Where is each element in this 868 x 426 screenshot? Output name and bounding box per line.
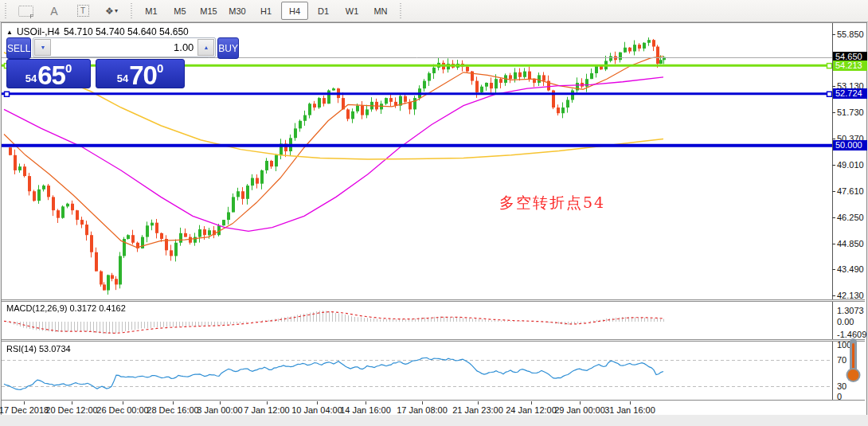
- buy-price-button[interactable]: 54 70 0: [96, 59, 185, 88]
- volume-spinner: ▼ ▲: [33, 37, 216, 57]
- quote-ohlc: 54.710 54.740 54.640 54.650: [64, 26, 189, 37]
- toolbar-grip[interactable]: [3, 3, 8, 19]
- timeframe-button-h4[interactable]: H4: [281, 2, 308, 20]
- timeframe-button-group: M1M5M15M30H1H4D1W1MN: [137, 2, 395, 20]
- price-axis-label: 49.010: [837, 160, 864, 170]
- timeframe-button-m30[interactable]: M30: [224, 2, 251, 20]
- textbox-tool-button[interactable]: T: [69, 2, 96, 20]
- rsi-indicator-pane[interactable]: [2, 342, 832, 400]
- sell-price-prefix: 54: [25, 72, 37, 84]
- time-axis-label: 29 Jan 00:00: [554, 405, 605, 415]
- price-axis-tick: [832, 112, 835, 113]
- pane-separator-rsi[interactable]: [2, 339, 865, 342]
- time-axis-label: 28 Dec 16:00: [147, 405, 198, 415]
- buy-price-main: 70: [129, 63, 157, 88]
- volume-increase-button[interactable]: ▲: [197, 39, 214, 56]
- price-axis-label: 43.490: [837, 264, 864, 274]
- price-level-badge: 54.213: [833, 61, 867, 71]
- time-axis-label: 3 Jan 00:00: [197, 405, 243, 415]
- price-axis-tick: [832, 191, 835, 192]
- macd-label: MACD(12,26,9) 0.3172 0.4162: [6, 303, 126, 313]
- sell-price-main: 65: [37, 63, 65, 88]
- price-axis-label: 55.850: [837, 29, 864, 39]
- price-axis-label: 51.730: [837, 107, 864, 117]
- price-axis-label: 44.850: [837, 239, 864, 248]
- label-tool-button[interactable]: F: [12, 2, 39, 20]
- price-axis-tick: [832, 34, 835, 35]
- price-axis-tick: [832, 139, 835, 139]
- time-axis-label: 10 Jan 04:00: [291, 405, 342, 415]
- time-axis-tick: [422, 401, 423, 405]
- sell-price-button[interactable]: 54 65 0: [6, 59, 91, 88]
- one-click-trading-panel: SELL ▼ ▲ BUY 54 65 0 54 70 0: [6, 37, 185, 88]
- time-axis-tick: [531, 401, 532, 405]
- timeframe-button-m1[interactable]: M1: [138, 2, 165, 20]
- buy-price-pip: 0: [157, 61, 163, 75]
- collapse-triangle-icon[interactable]: ▲: [6, 29, 13, 36]
- time-axis-tick: [366, 401, 366, 405]
- chevron-down-icon: ▾: [115, 7, 118, 14]
- time-axis-tick: [267, 401, 268, 405]
- pane-separator-time: [2, 400, 865, 401]
- chart-quote-header: ▲ USOil-,H4 54.710 54.740 54.640 54.650: [6, 26, 189, 37]
- text-tool-icon: A: [50, 5, 57, 18]
- toolbar-grip[interactable]: [129, 3, 134, 19]
- top-toolbar: F A T ❖ ▾ M1M5M15M30H1H4D1W1MN: [0, 0, 868, 22]
- timeframe-button-w1[interactable]: W1: [338, 2, 366, 20]
- price-axis-tick: [832, 86, 835, 87]
- time-axis-label: 20 Dec 12:00: [45, 405, 97, 415]
- timeframe-button-d1[interactable]: D1: [310, 2, 337, 20]
- time-axis-tick: [580, 401, 581, 405]
- time-axis-tick: [630, 401, 631, 405]
- price-axis-line: [832, 23, 833, 401]
- thermometer-icon: [842, 337, 864, 386]
- time-axis-tick: [123, 401, 123, 405]
- macd-indicator-pane[interactable]: [2, 302, 832, 339]
- timeframe-button-m15[interactable]: M15: [195, 2, 222, 20]
- time-axis-tick: [173, 401, 174, 405]
- time-axis-label: 24 Jan 12:00: [506, 405, 557, 415]
- text-tool-button[interactable]: A: [41, 2, 68, 20]
- price-axis-label: 47.610: [837, 186, 864, 196]
- time-axis-label: 26 Dec 00:00: [96, 405, 148, 415]
- price-level-badge: 52.724: [833, 88, 867, 99]
- timeframe-button-h1[interactable]: H1: [252, 2, 280, 20]
- label-tool-icon: F: [18, 6, 33, 17]
- pane-separator-macd[interactable]: [2, 299, 865, 302]
- time-axis-tick: [317, 401, 318, 405]
- time-axis-tick: [72, 401, 72, 405]
- sell-price-pip: 0: [65, 61, 72, 75]
- macd-axis-label: 1.3073: [837, 306, 864, 315]
- timeframe-button-mn[interactable]: MN: [367, 2, 394, 20]
- rsi-label: RSI(14) 53.0734: [6, 344, 71, 354]
- time-axis-tick: [220, 401, 221, 405]
- chart-title: USOil-,H4: [17, 26, 60, 37]
- macd-axis-label: 0.00: [837, 317, 854, 326]
- buy-price-prefix: 54: [117, 72, 128, 84]
- time-axis-tick: [24, 401, 25, 405]
- toolbar-grip[interactable]: [398, 3, 403, 19]
- time-axis-label: 7 Jan 12:00: [244, 405, 290, 415]
- volume-decrease-button[interactable]: ▼: [34, 39, 51, 56]
- time-axis-label: 31 Jan 16:00: [604, 405, 655, 415]
- arrows-tool-icon: ❖: [105, 6, 112, 17]
- price-axis-label: 46.250: [837, 213, 864, 222]
- time-axis-tick: [478, 401, 479, 405]
- time-axis-label: 21 Jan 23:00: [452, 405, 503, 415]
- time-axis-label: 17 Jan 08:00: [397, 405, 448, 415]
- price-axis-tick: [832, 295, 835, 296]
- timeframe-button-m5[interactable]: M5: [166, 2, 194, 20]
- price-axis-tick: [832, 244, 835, 244]
- price-level-badge: 50.000: [833, 140, 867, 150]
- chart-text-annotation: 多空转折点54: [499, 193, 605, 213]
- price-axis-label: 42.130: [837, 291, 864, 300]
- price-axis-tick: [832, 269, 835, 270]
- sell-button[interactable]: SELL: [6, 37, 31, 59]
- window-bottom-strip: [0, 415, 868, 426]
- buy-button[interactable]: BUY: [217, 37, 239, 59]
- volume-input[interactable]: [52, 38, 197, 57]
- time-axis-label: 14 Jan 16:00: [340, 405, 391, 415]
- arrows-tool-button[interactable]: ❖ ▾: [98, 2, 125, 20]
- textbox-tool-icon: T: [77, 5, 89, 17]
- price-axis-tick: [832, 217, 835, 218]
